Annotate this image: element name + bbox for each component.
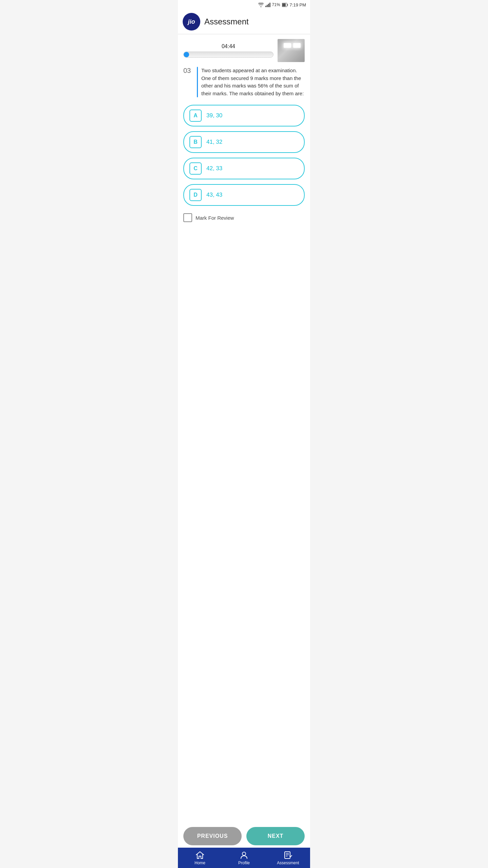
- mark-review-checkbox[interactable]: [183, 213, 192, 222]
- svg-rect-1: [267, 5, 268, 7]
- battery-percent: 71%: [272, 2, 280, 7]
- status-bar: 71% 7:19 PM: [178, 0, 310, 9]
- option-d-letter: D: [189, 189, 202, 201]
- profile-icon: [240, 851, 248, 860]
- option-a-letter: A: [189, 110, 202, 122]
- mark-review-row[interactable]: Mark For Review: [183, 213, 305, 222]
- question-number: 03: [183, 67, 194, 97]
- status-time: 7:19 PM: [290, 2, 306, 7]
- option-a[interactable]: A 39, 30: [183, 105, 305, 126]
- svg-rect-3: [269, 3, 270, 7]
- assessment-icon: [284, 851, 292, 860]
- jio-logo-text: jio: [188, 18, 195, 25]
- option-c-letter: C: [189, 162, 202, 175]
- option-b-value: 41, 32: [206, 139, 222, 145]
- previous-button[interactable]: PREVIOUS: [183, 827, 242, 845]
- bottom-nav-home-label: Home: [195, 861, 205, 865]
- status-icons: 71% 7:19 PM: [258, 2, 306, 7]
- option-d-value: 43, 43: [206, 192, 222, 198]
- option-b-letter: B: [189, 136, 202, 148]
- jio-logo: jio: [183, 13, 200, 31]
- svg-rect-0: [265, 6, 266, 7]
- bottom-nav-profile[interactable]: Profile: [222, 848, 266, 868]
- bottom-nav: Home Profile Assessment: [178, 848, 310, 868]
- svg-rect-2: [268, 4, 269, 7]
- option-c-value: 42, 33: [206, 165, 222, 172]
- svg-rect-8: [285, 852, 290, 859]
- bottom-nav-home[interactable]: Home: [178, 848, 222, 868]
- nav-buttons: PREVIOUS NEXT: [178, 824, 310, 850]
- question-image: [278, 39, 305, 62]
- progress-bar-fill: [184, 52, 189, 57]
- svg-rect-6: [287, 4, 288, 6]
- svg-point-7: [242, 852, 246, 855]
- wifi-icon: [258, 3, 264, 7]
- timer-progress-wrap: 04:44: [183, 43, 273, 58]
- home-icon: [196, 851, 204, 860]
- app-header: jio Assessment: [178, 9, 310, 34]
- option-d[interactable]: D 43, 43: [183, 184, 305, 206]
- option-c[interactable]: C 42, 33: [183, 158, 305, 179]
- bottom-nav-assessment-label: Assessment: [277, 861, 299, 865]
- bottom-nav-assessment[interactable]: Assessment: [266, 848, 310, 868]
- question-divider: [197, 67, 198, 97]
- option-b[interactable]: B 41, 32: [183, 131, 305, 153]
- question-container: 03 Two students appeared at an examinati…: [183, 67, 305, 97]
- mark-review-label: Mark For Review: [196, 215, 234, 221]
- question-text: Two students appeared at an examination.…: [201, 67, 305, 97]
- bottom-nav-profile-label: Profile: [238, 861, 250, 865]
- timer-display: 04:44: [222, 43, 235, 50]
- main-content: 04:44 03 Two students appeared at an exa…: [178, 34, 310, 824]
- progress-bar-background: [183, 52, 273, 58]
- option-a-value: 39, 30: [206, 112, 222, 119]
- header-title: Assessment: [204, 17, 249, 26]
- battery-icon: [282, 3, 288, 7]
- signal-icon: [265, 3, 270, 7]
- question-image-visual: [278, 39, 305, 62]
- svg-rect-5: [282, 3, 286, 6]
- next-button[interactable]: NEXT: [246, 827, 305, 845]
- options-list: A 39, 30 B 41, 32 C 42, 33 D 43, 43: [183, 105, 305, 206]
- timer-row: 04:44: [183, 39, 305, 62]
